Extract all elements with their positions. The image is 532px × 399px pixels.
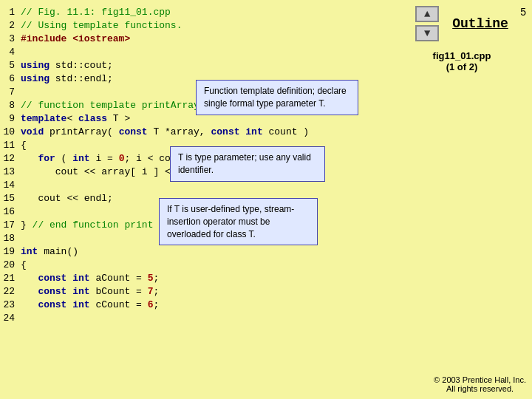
- line-content-20: {: [21, 259, 27, 272]
- code-line-3: 3 #include <iostream>: [0, 33, 392, 46]
- line-num-23: 23: [0, 299, 21, 312]
- line-num-4: 4: [0, 46, 21, 59]
- line-num-6: 6: [0, 72, 21, 86]
- line-num-2: 2: [0, 19, 21, 33]
- line-content-3: #include <iostream>: [21, 33, 130, 46]
- file-info: fig11_01.cpp (1 of 2): [433, 50, 491, 72]
- code-line-4: 4: [0, 46, 392, 59]
- line-num-19: 19: [0, 245, 21, 259]
- line-content-22: const int bCount = 7;: [21, 285, 159, 299]
- slide-number: 5: [520, 6, 526, 18]
- file-info-line2: (1 of 2): [433, 61, 491, 72]
- line-num-24: 24: [0, 312, 21, 325]
- code-line-19: 19 int main(): [0, 245, 392, 259]
- line-content-13: cout << array[ i ] <: [21, 166, 171, 179]
- tooltip-user-defined-text: If T is user-defined type, stream-insert…: [167, 204, 294, 239]
- code-line-21: 21 const int aCount = 5;: [0, 272, 392, 285]
- line-content-23: const int cCount = 6;: [21, 299, 159, 312]
- tooltip-type-parameter: T is type parameter; use any valid ident…: [170, 146, 325, 182]
- line-num-18: 18: [0, 232, 21, 245]
- tooltip-function-template: Function template definition; declare si…: [196, 80, 358, 115]
- right-panel: ▲ ▼ Outline fig11_01.cpp (1 of 2): [392, 0, 532, 399]
- code-line-5: 5 using std::cout;: [0, 59, 392, 72]
- line-num-22: 22: [0, 285, 21, 299]
- line-num-15: 15: [0, 192, 21, 205]
- line-num-17: 17: [0, 219, 21, 232]
- code-line-20: 20 {: [0, 259, 392, 272]
- line-num-14: 14: [0, 179, 21, 192]
- line-num-13: 13: [0, 166, 21, 179]
- copyright-notice: © 2003 Prentice Hall, Inc.All rights res…: [434, 375, 526, 393]
- line-content-6: using std::endl;: [21, 72, 113, 86]
- line-num-11: 11: [0, 139, 21, 152]
- line-num-7: 7: [0, 86, 21, 99]
- line-content-15: cout << endl;: [21, 192, 113, 205]
- tooltip-user-defined: If T is user-defined type, stream-insert…: [159, 198, 318, 245]
- line-num-21: 21: [0, 272, 21, 285]
- line-content-2: // Using template functions.: [21, 19, 182, 33]
- file-info-line1: fig11_01.cpp: [433, 50, 491, 61]
- line-num-8: 8: [0, 99, 21, 112]
- code-line-2: 2 // Using template functions.: [0, 19, 392, 33]
- line-num-9: 9: [0, 112, 21, 126]
- line-content-11: {: [21, 139, 27, 152]
- line-content-19: int main(): [21, 245, 78, 259]
- line-content-1: // Fig. 11.1: fig11_01.cpp: [21, 6, 171, 19]
- line-content-12: for ( int i = 0; i < co: [21, 152, 171, 166]
- code-line-10: 10 void printArray( const T *array, cons…: [0, 126, 392, 139]
- outline-label: Outline: [452, 16, 508, 31]
- line-content-21: const int aCount = 5;: [21, 272, 159, 285]
- line-content-10: void printArray( const T *array, const i…: [21, 126, 309, 139]
- line-num-20: 20: [0, 259, 21, 272]
- line-content-5: using std::cout;: [21, 59, 113, 72]
- outline-nav-row: ▲ ▼ Outline: [415, 6, 508, 41]
- code-line-24: 24: [0, 312, 392, 325]
- tooltip-type-parameter-text: T is type parameter; use any valid ident…: [178, 152, 311, 175]
- line-content-9: template< class T >: [21, 112, 130, 126]
- tooltip-function-template-text: Function template definition; declare si…: [204, 86, 347, 109]
- nav-down-button[interactable]: ▼: [415, 25, 439, 41]
- line-num-3: 3: [0, 33, 21, 46]
- line-content-17: } // end function print: [21, 219, 153, 232]
- code-line-1: 1 // Fig. 11.1: fig11_01.cpp: [0, 6, 392, 19]
- nav-up-button[interactable]: ▲: [415, 6, 439, 22]
- line-num-1: 1: [0, 6, 21, 19]
- line-num-5: 5: [0, 59, 21, 72]
- code-line-22: 22 const int bCount = 7;: [0, 285, 392, 299]
- line-num-10: 10: [0, 126, 21, 139]
- code-line-23: 23 const int cCount = 6;: [0, 299, 392, 312]
- line-num-16: 16: [0, 205, 21, 219]
- line-num-12: 12: [0, 152, 21, 166]
